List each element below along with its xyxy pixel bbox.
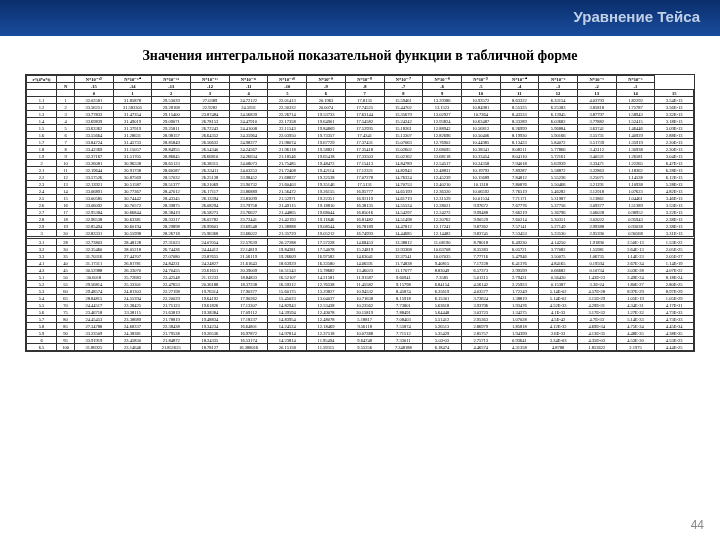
table-cell: 10.24358 [461,160,500,167]
table-cell: 12.48831 [423,167,462,174]
table-cell: 1.05E-19 [616,295,655,302]
table-cell: 6.41376 [500,260,539,267]
table-cell: 3.46E-13 [655,195,694,202]
table-cell: 21.44865 [268,209,307,216]
table-cell: 17.4341 [345,132,384,139]
table-cell: 4.1 [27,260,57,267]
table-cell: 14.70753 [384,181,423,188]
table-cell: 4.53E-20 [616,337,655,344]
table-cell: 7.55874 [384,323,423,330]
table-cell: 4.45E-34 [655,323,694,330]
header-bar: Уравнение Тейса [0,0,720,36]
table-cell: 4.82E-13 [655,188,694,195]
table-cell: 1.04461 [616,195,655,202]
table-cell: 23.38689 [113,316,152,323]
header-cell: 2 [152,90,191,97]
table-cell: 7.88491 [384,309,423,316]
table-cell: 8.55325 [500,104,539,111]
table-cell: 21.42193 [268,216,307,223]
table-cell: 1.40929 [616,132,655,139]
table-cell: 2.50E-13 [616,239,655,246]
table-cell: 32.96538 [75,216,114,223]
table-cell: 19.32538 [307,174,346,181]
table-cell: 33.55664 [75,132,114,139]
table-cell: 11.95494 [307,337,346,344]
table-cell: 16.85016 [345,209,384,216]
table-cell: 16.52107 [268,274,307,281]
table-cell: 29.56814 [75,281,114,288]
table-cell: 8.04110 [500,153,539,160]
table-cell: 19.76314 [191,288,230,295]
table-cell: 15.02162 [384,153,423,160]
table-cell: 5.14E-33 [616,316,655,323]
table-cell: 23.14646 [113,344,152,351]
table-cell: 33.77833 [75,111,114,118]
table-cell: 31.28631 [113,132,152,139]
table-cell: 4.34E-31 [616,302,655,309]
page-number: 44 [691,518,704,532]
table-cell: 21.75123 [152,302,191,309]
table-cell: 12.53438 [307,302,346,309]
table-cell: 1.5 [27,125,57,132]
table-row: 5.25529.5681425.3330122.4765320.3618818.… [27,281,694,288]
table-cell: 18.37238 [229,281,268,288]
table-cell: 24.35964 [229,132,268,139]
table-cell: 12.31529 [423,195,462,202]
table-cell: 3.15E-29 [577,295,616,302]
table-cell: 6.84154 [423,281,462,288]
table-cell: 3.17E-32 [577,309,616,316]
table-cell: 14.97814 [268,330,307,337]
table-cell: 17.37431 [345,139,384,146]
table-cell: 19.61826 [191,302,230,309]
table-cell: 4.13E-35 [577,330,616,337]
table-cell: 5.36796 [539,209,578,216]
table-cell: 28.86845 [152,153,191,160]
table-cell: 20.36188 [191,281,230,288]
table-cell: 10.94532 [345,288,384,295]
table-cell: 7.89287 [500,167,539,174]
table-cell: 5.31987 [539,195,578,202]
table-row: 32032.8333130.5599828.2671825.9636823.66… [27,230,694,237]
table-cell: 1.34275 [500,309,539,316]
table-cell: 7.53453 [500,230,539,237]
table-cell: 24.03253 [229,167,268,174]
table-cell: 17 [57,209,75,216]
table-cell: 6.33154 [539,97,578,104]
table-cell: 26.54340 [191,146,230,153]
table-cell: 24.07054 [191,239,230,246]
table-cell: 12.93824 [423,118,462,125]
table-cell: 3 [27,230,57,237]
table-cell: 4.73E-33 [655,316,694,323]
header-cell: -9 [307,83,346,90]
table-cell: 22.11543 [268,125,307,132]
table-cell: 33.00585 [75,195,114,202]
table-cell: 70 [57,302,75,309]
table-cell: 9.56118 [345,323,384,330]
table-cell: 2.05E-27 [655,253,694,260]
header-row-3: 0123456789101112131415 [27,90,694,97]
table-cell: 4.53E-23 [655,337,694,344]
table-cell: 26.81781 [113,260,152,267]
table-cell: 21.52971 [268,195,307,202]
table-cell: 1.94399 [500,330,539,337]
table-cell: 5.14E-02 [539,288,578,295]
table-cell: 3.03723 [461,309,500,316]
table-cell: 27.0389 [191,97,230,104]
table-cell: 8.08211 [500,146,539,153]
table-cell: 31.47354 [113,111,152,118]
table-cell: 3.93796 [461,302,500,309]
table-cell: 12.68095 [423,146,462,153]
header-cell: -3 [539,83,578,90]
table-cell: 26.13394 [191,195,230,202]
table-cell: 21.79538 [152,330,191,337]
table-cell: 31.15057 [113,146,152,153]
table-cell: 19.08544 [307,223,346,230]
table-cell: 19.42114 [307,167,346,174]
table-cell: 3.09E-13 [655,125,694,132]
table-cell: 21.63819 [152,309,191,316]
table-cell: 30.52988 [75,267,114,274]
table-cell: 28.57032 [152,174,191,181]
table-cell: 1.26581 [616,153,655,160]
table-cell: 14.21581 [307,274,346,281]
table-cell: 18.78127 [191,344,230,351]
